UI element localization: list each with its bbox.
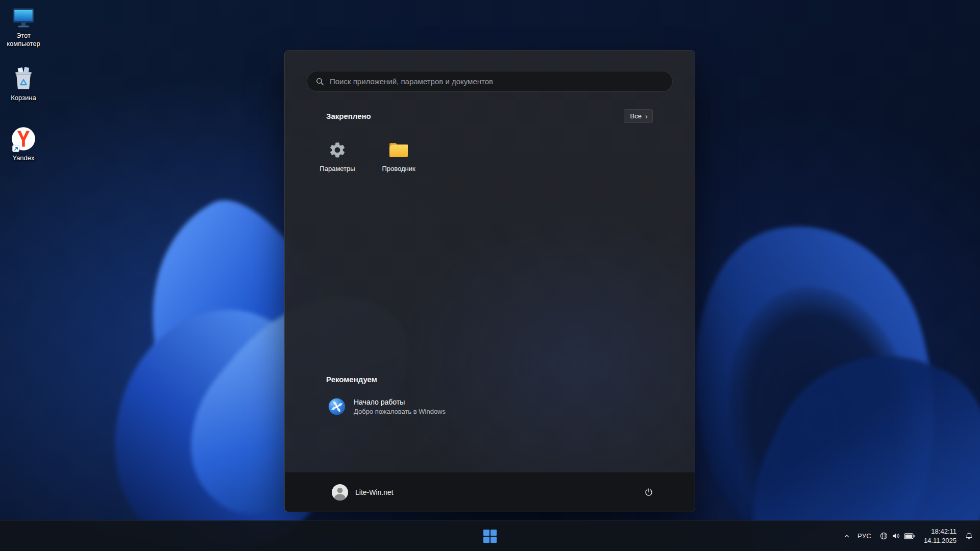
notification-center-button[interactable]	[961, 525, 977, 547]
language-label: РУС	[857, 532, 871, 540]
settings-gear-icon	[328, 140, 347, 160]
system-tray: РУС	[840, 521, 977, 551]
hidden-icons-button[interactable]	[840, 525, 854, 547]
chevron-right-icon: ›	[645, 112, 648, 120]
start-search-box[interactable]	[307, 71, 673, 92]
language-indicator[interactable]: РУС	[854, 525, 875, 547]
recycle-bin-icon	[13, 66, 34, 91]
quick-settings-button[interactable]	[875, 525, 919, 547]
all-apps-button[interactable]: Все ›	[624, 109, 653, 123]
shortcut-arrow-icon	[12, 145, 19, 152]
desktop-icon-label: Этот компьютер	[0, 32, 47, 48]
user-account-button[interactable]: Lite-Win.net	[329, 481, 399, 504]
pinned-section-header: Закреплено Все ›	[326, 109, 653, 123]
tray-date: 14.11.2025	[924, 536, 957, 545]
recommended-item-get-started[interactable]: Начало работы Добро пожаловать в Windows	[317, 393, 654, 420]
recommended-section-header: Рекомендуем	[326, 375, 653, 384]
user-name-label: Lite-Win.net	[355, 488, 394, 496]
get-started-icon	[328, 398, 346, 415]
desktop-icon-this-pc[interactable]: Этот компьютер	[0, 7, 47, 48]
pinned-title: Закреплено	[326, 112, 371, 120]
pinned-app-label: Проводник	[382, 165, 415, 172]
taskbar: РУС	[0, 520, 980, 551]
battery-icon	[904, 533, 915, 539]
pinned-apps-grid: Параметры Проводник	[307, 131, 673, 181]
notification-bell-icon	[965, 532, 973, 540]
all-apps-label: Все	[630, 112, 642, 120]
pinned-app-explorer[interactable]: Проводник	[368, 131, 429, 181]
tray-time: 18:42:11	[924, 527, 957, 536]
pinned-app-label: Параметры	[320, 165, 355, 172]
start-menu: Закреплено Все › Параметры	[284, 50, 695, 512]
computer-icon	[11, 7, 36, 29]
power-button[interactable]	[639, 482, 659, 503]
desktop-icon-recycle-bin[interactable]: Корзина	[0, 66, 47, 102]
recommended-item-texts: Начало работы Добро пожаловать в Windows	[354, 398, 446, 415]
start-menu-footer: Lite-Win.net	[285, 472, 695, 512]
chevron-up-icon	[843, 533, 850, 540]
pinned-app-settings[interactable]: Параметры	[307, 131, 368, 181]
recommended-item-subtitle: Добро пожаловать в Windows	[354, 408, 446, 415]
speaker-icon	[892, 532, 900, 540]
desktop-icon-yandex[interactable]: Yandex	[0, 127, 47, 162]
search-input[interactable]	[330, 77, 664, 86]
folder-icon	[388, 140, 409, 160]
start-button[interactable]	[478, 524, 502, 548]
recommended-title: Рекомендуем	[326, 375, 377, 384]
desktop-icon-label: Корзина	[11, 94, 36, 102]
windows-logo-icon	[483, 530, 497, 543]
desktop-icon-label: Yandex	[12, 154, 34, 162]
network-globe-icon	[879, 532, 888, 540]
power-icon	[644, 487, 654, 497]
yandex-icon	[11, 127, 36, 151]
clock-button[interactable]: 18:42:11 14.11.2025	[919, 525, 961, 547]
recommended-item-title: Начало работы	[354, 398, 446, 406]
user-avatar-icon	[332, 484, 348, 500]
search-icon	[315, 77, 324, 86]
